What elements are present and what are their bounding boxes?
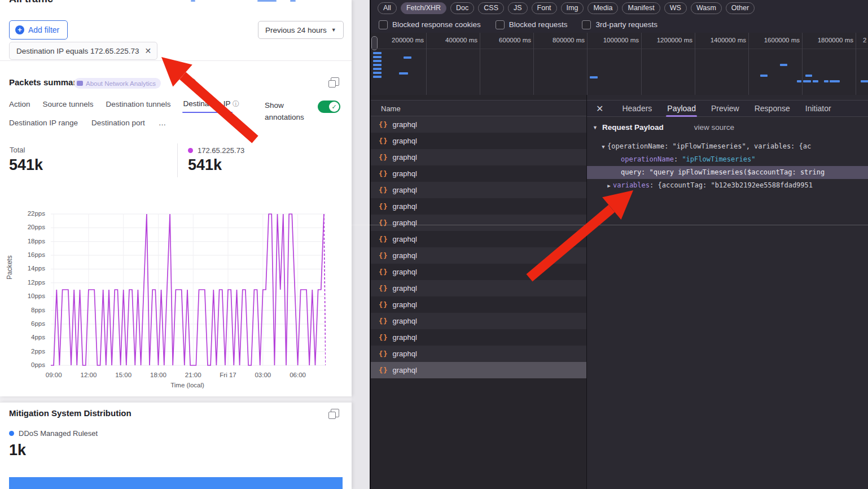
- request-detail-panel: ✕ HeadersPayloadPreviewResponseInitiator…: [586, 95, 868, 489]
- request-row[interactable]: {}graphql: [371, 313, 586, 329]
- request-row[interactable]: {}graphql: [371, 362, 586, 378]
- network-timeline-overview[interactable]: 200000 ms400000 ms600000 ms800000 ms1000…: [371, 33, 868, 95]
- json-icon: {}: [379, 285, 388, 292]
- request-name: graphql: [392, 219, 417, 227]
- filter-pill-fetch-xhr[interactable]: Fetch/XHR: [401, 2, 446, 14]
- payload-tree: ▼{operationName: "ipFlowTimeseries", var…: [587, 140, 868, 192]
- json-icon: {}: [379, 121, 388, 129]
- detail-tab-headers[interactable]: Headers: [622, 100, 652, 117]
- book-icon: [77, 81, 83, 86]
- packets-tab-destination-ip-range[interactable]: Destination IP range: [9, 119, 78, 127]
- request-row[interactable]: {}graphql: [371, 296, 586, 313]
- triangle-right-icon[interactable]: ▶: [605, 180, 613, 192]
- name-column-header[interactable]: Name: [371, 100, 586, 116]
- request-row[interactable]: {}graphql: [371, 116, 586, 133]
- filter-pill-wasm[interactable]: Wasm: [691, 2, 722, 14]
- info-icon[interactable]: ⓘ: [233, 100, 239, 108]
- timeline-ruler-label-partial: 2: [863, 37, 866, 43]
- mitigation-bar[interactable]: [9, 477, 343, 489]
- filter-chip[interactable]: Destination IP equals 172.65.225.73 ✕: [9, 42, 157, 60]
- packets-timeseries-chart[interactable]: [51, 212, 326, 368]
- payload-line[interactable]: query: "query ipFlowTimeseries($accountT…: [587, 166, 868, 179]
- checkbox-icon[interactable]: [379, 20, 388, 29]
- checkbox-3rd-party-requests[interactable]: 3rd-party requests: [582, 20, 657, 29]
- close-icon[interactable]: ✕: [596, 103, 603, 114]
- request-row[interactable]: {}graphql: [371, 346, 586, 362]
- timeline-ruler-label: 800000 ms: [535, 37, 585, 43]
- packets-tab-action[interactable]: Action: [9, 100, 30, 108]
- json-icon: {}: [379, 252, 388, 260]
- checkbox-icon[interactable]: [496, 20, 505, 29]
- payload-line[interactable]: operationName: "ipFlowTimeseries": [587, 153, 868, 166]
- clock-icon: [188, 78, 196, 86]
- filter-pill-css[interactable]: CSS: [478, 2, 504, 14]
- request-name: graphql: [392, 268, 417, 276]
- triangle-down-icon[interactable]: ▼: [593, 125, 598, 130]
- packets-tab-destination-ip[interactable]: Destination IP ⓘ: [183, 99, 239, 109]
- legend-dot: [9, 431, 14, 436]
- request-payload-title: Request Payload: [602, 123, 664, 132]
- packets-tab-source-tunnels[interactable]: Source tunnels: [43, 100, 94, 108]
- copy-icon[interactable]: [331, 409, 339, 417]
- checkbox-icon[interactable]: [582, 20, 591, 29]
- request-row[interactable]: {}graphql: [371, 149, 586, 165]
- filter-pill-manifest[interactable]: Manifest: [622, 2, 660, 14]
- checkbox-blocked-requests[interactable]: Blocked requests: [496, 20, 568, 29]
- request-row[interactable]: {}graphql: [371, 329, 586, 346]
- x-tick-label: 18:00: [150, 372, 166, 378]
- filter-pill-font[interactable]: Font: [532, 2, 557, 14]
- divider: [0, 60, 352, 61]
- filter-pill-doc[interactable]: Doc: [450, 2, 474, 14]
- view-source-link[interactable]: view source: [694, 123, 734, 132]
- request-row[interactable]: {}graphql: [371, 247, 586, 264]
- packets-tabs-more[interactable]: …: [159, 119, 166, 127]
- timeline-gridline: [533, 33, 534, 95]
- request-row[interactable]: {}graphql: [371, 165, 586, 182]
- request-row[interactable]: {}graphql: [371, 215, 586, 231]
- copy-icon[interactable]: [331, 77, 339, 86]
- request-row[interactable]: {}graphql: [371, 231, 586, 247]
- request-row[interactable]: {}graphql: [371, 198, 586, 215]
- packets-tab-destination-port[interactable]: Destination port: [91, 119, 145, 127]
- request-row[interactable]: {}graphql: [371, 133, 586, 149]
- filter-pill-js[interactable]: JS: [508, 2, 528, 14]
- payload-line[interactable]: ▶variables: {accountTag: "b12e3b2192ee55…: [587, 179, 868, 192]
- x-tick-label: 03:00: [255, 372, 271, 378]
- add-filter-button[interactable]: + Add filter: [9, 20, 68, 40]
- y-tick-label: 22pps: [16, 210, 45, 217]
- timeline-request-mark: [373, 52, 382, 54]
- json-icon: {}: [379, 137, 388, 145]
- close-icon[interactable]: ✕: [144, 46, 151, 55]
- detail-tab-preview[interactable]: Preview: [711, 100, 739, 117]
- detail-tab-response[interactable]: Response: [755, 100, 790, 117]
- about-network-analytics-badge[interactable]: About Network Analytics: [74, 78, 161, 89]
- checkbox-blocked-response-cookies[interactable]: Blocked response cookies: [379, 20, 481, 29]
- request-row[interactable]: {}graphql: [371, 182, 586, 198]
- request-name: graphql: [392, 350, 417, 358]
- packets-tab-destination-tunnels[interactable]: Destination tunnels: [106, 100, 171, 108]
- triangle-down-icon[interactable]: ▼: [599, 141, 607, 153]
- y-tick-label: 6pps: [16, 320, 45, 327]
- request-row[interactable]: {}graphql: [371, 264, 586, 280]
- show-annotations-toggle[interactable]: ✓: [318, 101, 340, 113]
- filter-pill-all[interactable]: All: [378, 2, 397, 14]
- time-range-dropdown[interactable]: Previous 24 hours ▼: [258, 21, 344, 39]
- filter-pill-ws[interactable]: WS: [664, 2, 687, 14]
- request-row[interactable]: {}graphql: [371, 280, 586, 296]
- detail-tab-initiator[interactable]: Initiator: [805, 100, 831, 117]
- json-icon: {}: [379, 170, 388, 178]
- filter-pill-media[interactable]: Media: [588, 2, 618, 14]
- detail-tab-payload[interactable]: Payload: [667, 100, 696, 117]
- timeline-request-mark: [590, 76, 598, 78]
- json-icon: {}: [379, 334, 388, 342]
- filter-pill-other[interactable]: Other: [726, 2, 755, 14]
- stat-total-label: Total: [10, 146, 25, 154]
- filter-pill-img[interactable]: Img: [561, 2, 584, 14]
- payload-token: {operationName: "ipFlowTimeseries", vari…: [607, 142, 811, 150]
- payload-line[interactable]: ▼{operationName: "ipFlowTimeseries", var…: [587, 140, 868, 153]
- packets-tabs-row-1: ActionSource tunnelsDestination tunnelsD…: [9, 99, 239, 109]
- json-icon: {}: [379, 301, 388, 309]
- request-name: graphql: [392, 333, 417, 342]
- timeline-request-mark: [780, 64, 787, 66]
- stat-total-value: 541k: [9, 156, 43, 174]
